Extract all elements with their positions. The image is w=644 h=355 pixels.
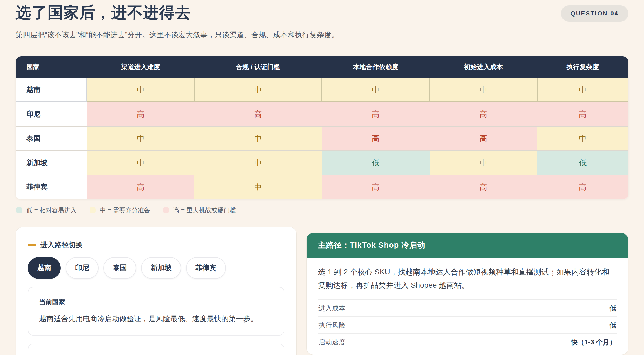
page-title: 选了国家后，进不进得去	[16, 4, 191, 22]
gold-dash-icon	[28, 244, 36, 246]
country-cell: 泰国	[16, 127, 87, 150]
level-cell: 低	[537, 151, 628, 175]
main-path-body: 选 1 到 2 个核心 SKU，找越南本地达人合作做短视频种草和直播测试；如果内…	[307, 258, 628, 355]
cards-row: 进入路径切换 越南印尼泰国新加坡菲律宾 当前国家 越南适合先用电商冷启动做验证，…	[16, 227, 628, 355]
country-cell: 印尼	[16, 102, 87, 126]
matrix-row[interactable]: 菲律宾高中高高高	[16, 175, 628, 199]
stat-label: 执行风险	[318, 321, 345, 330]
page-subtitle: 第四层把“该不该去”和“能不能进去”分开。这里不谈宏大叙事，只谈渠道、合规、成本…	[16, 30, 628, 40]
level-cell: 高	[322, 175, 430, 199]
difficulty-matrix: 国家渠道进入难度合规 / 认证门槛本地合作依赖度初始进入成本执行复杂度 越南中中…	[16, 56, 628, 199]
primary-action-card: 首要动作	[28, 344, 284, 355]
level-cell: 中	[537, 78, 628, 102]
main-path-suffix: 冷启动	[399, 241, 425, 249]
page: 选了国家后，进不进得去 QUESTION 04 第四层把“该不该去”和“能不能进…	[0, 0, 644, 355]
level-cell: 高	[87, 102, 194, 126]
column-header: 执行复杂度	[537, 56, 628, 78]
matrix-row[interactable]: 新加坡中中低中低	[16, 150, 628, 175]
main-path-column: 主路径：TikTok Shop 冷启动 选 1 到 2 个核心 SKU，找越南本…	[306, 233, 628, 355]
level-cell: 中	[87, 78, 194, 102]
column-header: 初始进入成本	[430, 56, 537, 78]
level-cell: 高	[537, 102, 628, 126]
stat-label: 启动速度	[318, 338, 345, 347]
country-cell: 越南	[16, 78, 87, 102]
stat-row: 执行风险低	[318, 316, 617, 333]
stat-label: 进入成本	[318, 304, 345, 313]
level-cell: 高	[537, 175, 628, 199]
country-pill[interactable]: 新加坡	[141, 257, 181, 279]
entry-path-header: 进入路径切换	[28, 240, 284, 250]
matrix-header-row: 国家渠道进入难度合规 / 认证门槛本地合作依赖度初始进入成本执行复杂度	[16, 56, 628, 78]
level-cell: 高	[322, 127, 430, 150]
legend-swatch-mid	[90, 207, 96, 213]
column-header: 合规 / 认证门槛	[194, 56, 322, 78]
legend-item: 低 = 相对容易进入	[16, 206, 77, 215]
country-cell: 菲律宾	[16, 175, 87, 199]
current-country-card: 当前国家 越南适合先用电商冷启动做验证，是风险最低、速度最快的第一步。	[28, 287, 284, 336]
level-cell: 高	[430, 102, 537, 126]
level-cell: 中	[322, 78, 430, 102]
main-path-highlight: TikTok Shop	[350, 241, 399, 249]
level-cell: 高	[194, 102, 322, 126]
country-pill[interactable]: 越南	[28, 257, 61, 279]
entry-path-card: 进入路径切换 越南印尼泰国新加坡菲律宾 当前国家 越南适合先用电商冷启动做验证，…	[16, 227, 297, 355]
level-cell: 中	[194, 127, 322, 150]
legend-text: 中 = 需要充分准备	[100, 206, 150, 215]
main-path-card: 主路径：TikTok Shop 冷启动 选 1 到 2 个核心 SKU，找越南本…	[306, 233, 628, 355]
country-pill-group: 越南印尼泰国新加坡菲律宾	[28, 257, 284, 279]
legend-text: 高 = 重大挑战或硬门槛	[173, 206, 236, 215]
legend-swatch-low	[16, 207, 22, 213]
main-path-header: 主路径：TikTok Shop 冷启动	[307, 233, 628, 258]
country-pill[interactable]: 印尼	[66, 257, 99, 279]
country-pill[interactable]: 泰国	[103, 257, 136, 279]
stat-value: 低	[609, 304, 616, 313]
question-badge: QUESTION 04	[561, 5, 628, 22]
level-cell: 中	[87, 151, 194, 175]
level-cell: 中	[430, 78, 537, 102]
column-header: 本地合作依赖度	[322, 56, 430, 78]
level-cell: 中	[194, 78, 322, 102]
level-cell: 中	[537, 127, 628, 150]
legend-item: 高 = 重大挑战或硬门槛	[163, 206, 236, 215]
matrix-row[interactable]: 印尼高高高高高	[16, 102, 628, 126]
legend-item: 中 = 需要充分准备	[90, 206, 150, 215]
current-country-text: 越南适合先用电商冷启动做验证，是风险最低、速度最快的第一步。	[39, 313, 273, 324]
level-cell: 高	[430, 127, 537, 150]
level-cell: 中	[194, 151, 322, 175]
legend: 低 = 相对容易进入中 = 需要充分准备高 = 重大挑战或硬门槛	[16, 206, 628, 215]
entry-path-label: 进入路径切换	[40, 240, 83, 250]
country-cell: 新加坡	[16, 151, 87, 175]
matrix-row[interactable]: 泰国中中高高中	[16, 126, 628, 150]
main-path-description: 选 1 到 2 个核心 SKU，找越南本地达人合作做短视频种草和直播测试；如果内…	[318, 265, 617, 292]
current-country-label: 当前国家	[39, 298, 273, 306]
main-path-stats: 进入成本低执行风险低启动速度快（1-3 个月）	[318, 299, 617, 350]
level-cell: 中	[87, 127, 194, 150]
level-cell: 低	[322, 151, 430, 175]
level-cell: 高	[87, 175, 194, 199]
column-header: 渠道进入难度	[87, 56, 194, 78]
level-cell: 高	[430, 175, 537, 199]
legend-swatch-high	[163, 207, 169, 213]
stat-value: 快（1-3 个月）	[571, 338, 616, 347]
stat-row: 进入成本低	[318, 299, 617, 316]
main-path-prefix: 主路径：	[318, 241, 350, 249]
legend-text: 低 = 相对容易进入	[26, 206, 77, 215]
country-pill[interactable]: 菲律宾	[186, 257, 226, 279]
level-cell: 中	[194, 175, 322, 199]
matrix-row[interactable]: 越南中中中中中	[16, 78, 628, 102]
column-header: 国家	[16, 56, 87, 78]
topbar: 选了国家后，进不进得去 QUESTION 04	[16, 2, 628, 22]
matrix-body: 越南中中中中中印尼高高高高高泰国中中高高中新加坡中中低中低菲律宾高中高高高	[16, 78, 628, 199]
level-cell: 高	[322, 102, 430, 126]
stat-value: 低	[609, 321, 616, 330]
stat-row: 启动速度快（1-3 个月）	[318, 333, 617, 350]
level-cell: 中	[430, 151, 537, 175]
